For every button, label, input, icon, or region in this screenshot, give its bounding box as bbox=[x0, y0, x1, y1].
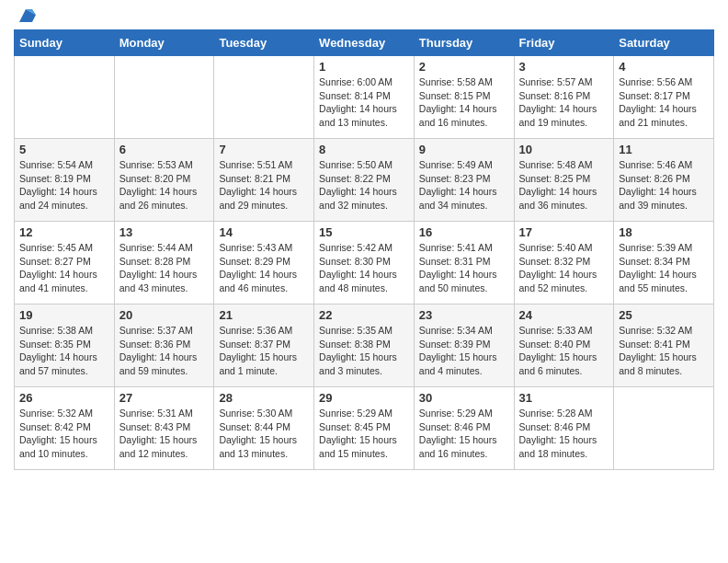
day-number: 3 bbox=[519, 60, 609, 74]
calendar-cell bbox=[614, 387, 714, 470]
calendar-cell: 6Sunrise: 5:53 AM Sunset: 8:20 PM Daylig… bbox=[114, 139, 214, 222]
day-info: Sunrise: 5:49 AM Sunset: 8:23 PM Dayligh… bbox=[419, 158, 509, 213]
calendar-cell: 28Sunrise: 5:30 AM Sunset: 8:44 PM Dayli… bbox=[214, 387, 314, 470]
calendar-cell: 30Sunrise: 5:29 AM Sunset: 8:46 PM Dayli… bbox=[414, 387, 514, 470]
day-number: 4 bbox=[619, 60, 709, 74]
day-number: 16 bbox=[419, 225, 509, 239]
calendar-cell: 27Sunrise: 5:31 AM Sunset: 8:43 PM Dayli… bbox=[114, 387, 214, 470]
day-number: 26 bbox=[19, 391, 109, 405]
day-info: Sunrise: 5:53 AM Sunset: 8:20 PM Dayligh… bbox=[119, 158, 210, 213]
day-number: 22 bbox=[319, 308, 409, 322]
weekday-header-wednesday: Wednesday bbox=[314, 30, 415, 56]
day-number: 30 bbox=[419, 391, 509, 405]
day-number: 24 bbox=[519, 308, 609, 322]
day-info: Sunrise: 5:29 AM Sunset: 8:46 PM Dayligh… bbox=[419, 407, 509, 461]
day-number: 15 bbox=[319, 225, 409, 239]
day-info: Sunrise: 5:36 AM Sunset: 8:37 PM Dayligh… bbox=[219, 324, 309, 378]
calendar-cell: 18Sunrise: 5:39 AM Sunset: 8:34 PM Dayli… bbox=[614, 222, 714, 304]
calendar-cell: 11Sunrise: 5:46 AM Sunset: 8:26 PM Dayli… bbox=[614, 139, 714, 222]
day-info: Sunrise: 5:50 AM Sunset: 8:22 PM Dayligh… bbox=[319, 158, 409, 213]
day-number: 29 bbox=[319, 391, 409, 405]
day-number: 18 bbox=[619, 225, 709, 239]
calendar-cell bbox=[214, 56, 314, 139]
day-info: Sunrise: 5:39 AM Sunset: 8:34 PM Dayligh… bbox=[619, 241, 709, 295]
calendar-cell: 25Sunrise: 5:32 AM Sunset: 8:41 PM Dayli… bbox=[614, 304, 714, 387]
calendar-cell: 20Sunrise: 5:37 AM Sunset: 8:36 PM Dayli… bbox=[114, 304, 214, 387]
day-info: Sunrise: 5:38 AM Sunset: 8:35 PM Dayligh… bbox=[19, 324, 109, 378]
day-info: Sunrise: 5:34 AM Sunset: 8:39 PM Dayligh… bbox=[419, 324, 509, 378]
day-info: Sunrise: 5:35 AM Sunset: 8:38 PM Dayligh… bbox=[319, 324, 409, 378]
calendar-cell bbox=[114, 56, 214, 139]
day-info: Sunrise: 5:41 AM Sunset: 8:31 PM Dayligh… bbox=[419, 241, 509, 295]
day-number: 27 bbox=[119, 391, 210, 405]
day-info: Sunrise: 5:40 AM Sunset: 8:32 PM Dayligh… bbox=[519, 241, 609, 295]
calendar-cell: 8Sunrise: 5:50 AM Sunset: 8:22 PM Daylig… bbox=[314, 139, 415, 222]
day-info: Sunrise: 5:43 AM Sunset: 8:29 PM Dayligh… bbox=[219, 241, 309, 295]
calendar-week-row: 12Sunrise: 5:45 AM Sunset: 8:27 PM Dayli… bbox=[15, 222, 714, 304]
day-number: 10 bbox=[519, 143, 609, 156]
day-info: Sunrise: 5:42 AM Sunset: 8:30 PM Dayligh… bbox=[319, 241, 409, 295]
calendar-cell: 3Sunrise: 5:57 AM Sunset: 8:16 PM Daylig… bbox=[514, 56, 614, 139]
day-number: 28 bbox=[219, 391, 309, 405]
day-info: Sunrise: 5:32 AM Sunset: 8:42 PM Dayligh… bbox=[19, 407, 109, 461]
day-number: 7 bbox=[219, 143, 309, 156]
calendar-table: SundayMondayTuesdayWednesdayThursdayFrid… bbox=[14, 29, 714, 470]
calendar-week-row: 19Sunrise: 5:38 AM Sunset: 8:35 PM Dayli… bbox=[15, 304, 714, 387]
calendar-cell: 17Sunrise: 5:40 AM Sunset: 8:32 PM Dayli… bbox=[514, 222, 614, 304]
day-info: Sunrise: 5:46 AM Sunset: 8:26 PM Dayligh… bbox=[619, 158, 709, 213]
day-info: Sunrise: 5:54 AM Sunset: 8:19 PM Dayligh… bbox=[19, 158, 109, 213]
day-info: Sunrise: 5:30 AM Sunset: 8:44 PM Dayligh… bbox=[219, 407, 309, 461]
day-info: Sunrise: 5:48 AM Sunset: 8:25 PM Dayligh… bbox=[519, 158, 609, 213]
day-info: Sunrise: 5:29 AM Sunset: 8:45 PM Dayligh… bbox=[319, 407, 409, 461]
day-number: 19 bbox=[19, 308, 109, 322]
page-header bbox=[14, 9, 714, 22]
day-number: 31 bbox=[519, 391, 609, 405]
weekday-header-thursday: Thursday bbox=[414, 30, 514, 56]
logo bbox=[14, 9, 36, 22]
weekday-header-tuesday: Tuesday bbox=[214, 30, 314, 56]
calendar-cell: 24Sunrise: 5:33 AM Sunset: 8:40 PM Dayli… bbox=[514, 304, 614, 387]
day-number: 21 bbox=[219, 308, 309, 322]
day-number: 17 bbox=[519, 225, 609, 239]
day-number: 23 bbox=[419, 308, 509, 322]
calendar-cell: 13Sunrise: 5:44 AM Sunset: 8:28 PM Dayli… bbox=[114, 222, 214, 304]
calendar-cell: 12Sunrise: 5:45 AM Sunset: 8:27 PM Dayli… bbox=[15, 222, 115, 304]
day-number: 5 bbox=[19, 143, 109, 156]
calendar-cell: 10Sunrise: 5:48 AM Sunset: 8:25 PM Dayli… bbox=[514, 139, 614, 222]
weekday-header-saturday: Saturday bbox=[614, 30, 714, 56]
day-number: 6 bbox=[119, 143, 210, 156]
calendar-cell: 2Sunrise: 5:58 AM Sunset: 8:15 PM Daylig… bbox=[414, 56, 514, 139]
day-number: 12 bbox=[19, 225, 109, 239]
calendar-week-row: 1Sunrise: 6:00 AM Sunset: 8:14 PM Daylig… bbox=[15, 56, 714, 139]
day-info: Sunrise: 6:00 AM Sunset: 8:14 PM Dayligh… bbox=[319, 75, 409, 130]
calendar-cell: 31Sunrise: 5:28 AM Sunset: 8:46 PM Dayli… bbox=[514, 387, 614, 470]
calendar-cell bbox=[15, 56, 115, 139]
weekday-header-monday: Monday bbox=[114, 30, 214, 56]
logo-icon bbox=[16, 6, 36, 26]
day-number: 14 bbox=[219, 225, 309, 239]
weekday-header-sunday: Sunday bbox=[15, 30, 115, 56]
day-info: Sunrise: 5:32 AM Sunset: 8:41 PM Dayligh… bbox=[619, 324, 709, 378]
day-info: Sunrise: 5:37 AM Sunset: 8:36 PM Dayligh… bbox=[119, 324, 210, 378]
calendar-cell: 4Sunrise: 5:56 AM Sunset: 8:17 PM Daylig… bbox=[614, 56, 714, 139]
day-number: 8 bbox=[319, 143, 409, 156]
day-info: Sunrise: 5:44 AM Sunset: 8:28 PM Dayligh… bbox=[119, 241, 210, 295]
day-info: Sunrise: 5:58 AM Sunset: 8:15 PM Dayligh… bbox=[419, 75, 509, 130]
day-info: Sunrise: 5:57 AM Sunset: 8:16 PM Dayligh… bbox=[519, 75, 609, 130]
calendar-cell: 26Sunrise: 5:32 AM Sunset: 8:42 PM Dayli… bbox=[15, 387, 115, 470]
day-number: 13 bbox=[119, 225, 210, 239]
calendar-cell: 15Sunrise: 5:42 AM Sunset: 8:30 PM Dayli… bbox=[314, 222, 415, 304]
calendar-cell: 5Sunrise: 5:54 AM Sunset: 8:19 PM Daylig… bbox=[15, 139, 115, 222]
day-number: 25 bbox=[619, 308, 709, 322]
day-info: Sunrise: 5:28 AM Sunset: 8:46 PM Dayligh… bbox=[519, 407, 609, 461]
calendar-week-row: 26Sunrise: 5:32 AM Sunset: 8:42 PM Dayli… bbox=[15, 387, 714, 470]
day-info: Sunrise: 5:45 AM Sunset: 8:27 PM Dayligh… bbox=[19, 241, 109, 295]
day-number: 11 bbox=[619, 143, 709, 156]
calendar-cell: 9Sunrise: 5:49 AM Sunset: 8:23 PM Daylig… bbox=[414, 139, 514, 222]
day-number: 2 bbox=[419, 60, 509, 74]
day-number: 20 bbox=[119, 308, 210, 322]
day-info: Sunrise: 5:31 AM Sunset: 8:43 PM Dayligh… bbox=[119, 407, 210, 461]
weekday-header-row: SundayMondayTuesdayWednesdayThursdayFrid… bbox=[15, 30, 714, 56]
calendar-cell: 21Sunrise: 5:36 AM Sunset: 8:37 PM Dayli… bbox=[214, 304, 314, 387]
calendar-cell: 14Sunrise: 5:43 AM Sunset: 8:29 PM Dayli… bbox=[214, 222, 314, 304]
